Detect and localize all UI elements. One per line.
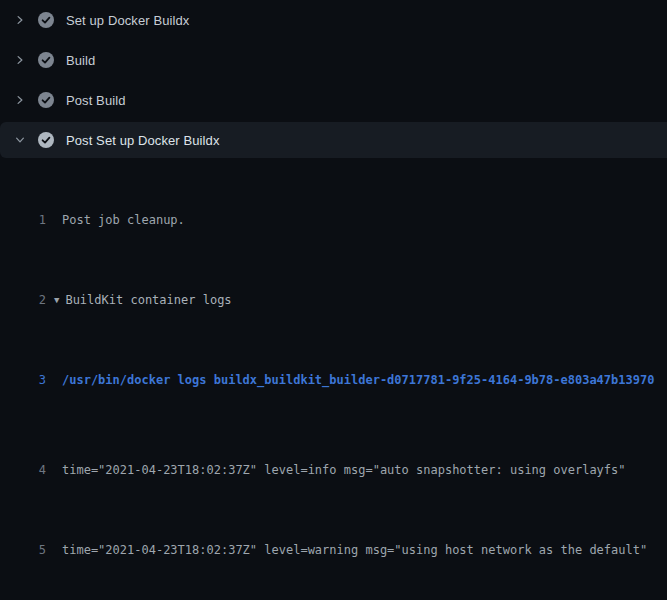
log-line-number[interactable]: 2 [0,290,46,310]
log-line-number[interactable]: 1 [0,210,46,230]
step-header-post-build[interactable]: Post Build [0,80,667,120]
chevron-right-icon[interactable] [13,93,27,107]
step-title: Build [66,53,95,68]
step-title: Post Build [66,93,126,108]
check-circle-icon [38,12,54,28]
steps-list: Set up Docker Buildx Build Post Build Po… [0,0,667,158]
check-circle-icon [38,92,54,108]
log-line-number[interactable]: 5 [0,540,46,550]
check-circle-icon [38,132,54,148]
chevron-right-icon[interactable] [13,53,27,67]
log-row: 4 time="2021-04-23T18:02:37Z" level=info… [0,450,667,470]
log-line-text: /usr/bin/docker logs buildx_buildkit_bui… [62,370,654,390]
log-line-number[interactable]: 4 [0,460,46,470]
chevron-down-icon[interactable] [13,133,27,147]
log-line-number[interactable]: 3 [0,370,46,390]
check-circle-icon [38,52,54,68]
step-title: Post Set up Docker Buildx [66,133,220,148]
log-viewer: 1 Post job cleanup. 2 ▼ BuildKit contain… [0,160,667,600]
log-line-text: time="2021-04-23T18:02:37Z" level=warnin… [62,540,647,550]
log-row: 2 ▼ BuildKit container logs [0,290,667,310]
log-line-text: BuildKit container logs [65,290,231,310]
chevron-right-icon[interactable] [13,13,27,27]
log-line-text: time="2021-04-23T18:02:37Z" level=info m… [62,460,626,470]
step-title: Set up Docker Buildx [66,13,189,28]
log-line-text: Post job cleanup. [62,210,185,230]
log-row: 3 /usr/bin/docker logs buildx_buildkit_b… [0,370,667,390]
group-toggle-icon[interactable]: ▼ [54,290,59,310]
step-header-post-set-up-docker-buildx[interactable]: Post Set up Docker Buildx [0,122,667,158]
log-row: 1 Post job cleanup. [0,210,667,230]
step-header-build[interactable]: Build [0,40,667,80]
step-header-set-up-docker-buildx[interactable]: Set up Docker Buildx [0,0,667,40]
log-row: 5 time="2021-04-23T18:02:37Z" level=warn… [0,530,667,550]
